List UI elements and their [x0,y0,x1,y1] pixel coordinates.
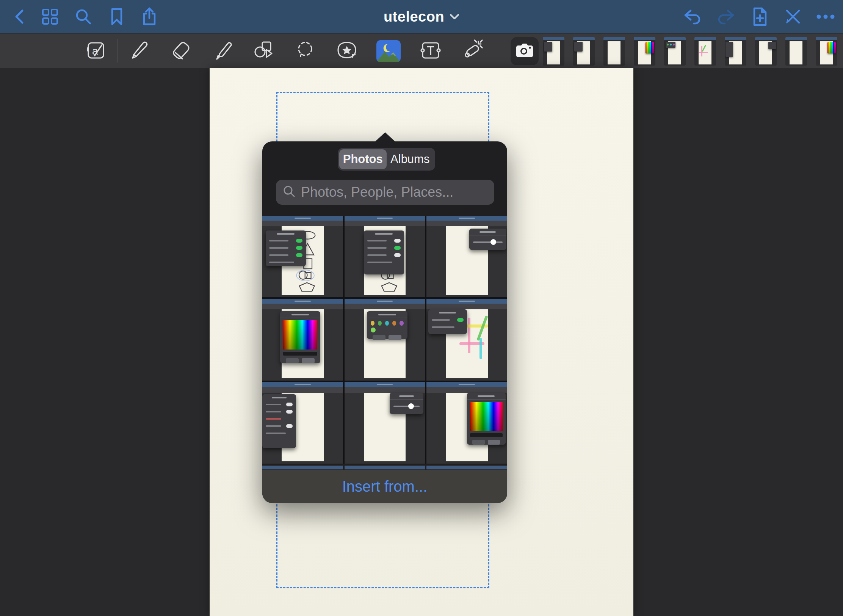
tab-albums[interactable]: Albums [387,149,434,169]
search-input[interactable] [301,184,487,200]
photo-thumbnail-partial[interactable] [262,465,343,470]
photo-thumbnail[interactable] [262,299,343,380]
pencil-cross-icon [784,8,802,26]
pen-thickness-panel [390,393,423,414]
highlighter-menu [428,309,467,334]
tools-toolbar: a [0,33,843,68]
photo-grid-partial-row [262,465,507,470]
highlighter-icon [212,39,233,63]
tool-handwriting-mode[interactable]: a [81,38,110,64]
tool-text[interactable] [416,38,445,64]
sticker-star-icon [336,39,358,63]
shape-tool-menu [364,230,404,274]
highlighter-color-presets-panel [367,311,407,339]
tool-image[interactable] [374,38,403,64]
search-icon [283,185,296,199]
tool-pen[interactable] [124,38,154,64]
photos-albums-segmented-control: Photos Albums [338,148,435,171]
text-tool-icon [419,39,442,63]
eraser-menu [262,394,296,448]
lasso-tool-menu [266,230,306,266]
navigation-bar: utelecon [0,0,843,33]
photo-thumbnail[interactable] [345,382,425,464]
undo-button[interactable] [682,5,704,28]
tab-photos[interactable]: Photos [339,149,387,169]
photo-thumbnail[interactable] [345,216,425,297]
recent-photo-thumbnail[interactable] [694,37,716,66]
ellipsis-icon [816,13,835,20]
shapes-icon [252,39,274,63]
recent-photo-thumbnail[interactable] [573,37,595,66]
recent-photo-thumbnail[interactable] [816,37,837,66]
more-button[interactable] [814,5,837,28]
camera-icon [516,43,533,59]
insert-from-label: Insert from... [342,478,428,495]
insert-from-button[interactable]: Insert from... [262,470,507,503]
photo-thumbnail[interactable] [262,382,343,464]
add-page-icon [751,7,768,27]
recent-photo-thumbnail[interactable] [664,37,686,66]
laser-pointer-icon [461,39,484,63]
highlighter-thickness-panel [469,229,506,250]
recent-photo-thumbnail[interactable] [785,37,807,66]
toolbar-divider [117,39,118,63]
tool-lasso[interactable] [290,38,320,64]
tool-stickers[interactable] [332,38,362,64]
photo-thumbnail[interactable] [426,216,507,297]
pen-icon [128,39,150,63]
photo-picker-popover: Photos Albums [262,141,507,503]
stop-editing-button[interactable] [782,5,804,28]
eraser-icon [170,39,192,63]
photo-thumbnail[interactable] [345,299,425,380]
handwriting-mode-icon: a [85,39,107,63]
add-page-button[interactable] [748,5,771,28]
recent-photo-thumbnail[interactable] [543,37,564,66]
recent-photo-thumbnail[interactable] [603,37,625,66]
photo-thumbnail-partial[interactable] [426,465,507,470]
photo-grid [262,216,507,464]
photo-search-field[interactable] [276,180,494,205]
tab-photos-label: Photos [343,152,383,166]
photo-thumbnail[interactable] [262,216,343,297]
recent-photo-thumbnail[interactable] [725,37,746,66]
popover-arrow [374,132,396,142]
tool-laser-pointer[interactable] [458,38,487,64]
recent-photos-strip [543,37,843,66]
recent-photo-thumbnail[interactable] [755,37,777,66]
pen-color-spectrum-panel [467,393,506,445]
photo-thumbnail-partial[interactable] [345,465,425,470]
goodnotes-window: utelecon [0,0,843,616]
camera-button[interactable] [511,37,539,65]
tab-albums-label: Albums [390,152,429,166]
redo-icon [716,8,735,25]
highlighter-color-spectrum-panel [280,311,320,364]
lasso-icon [294,39,316,63]
tool-shapes[interactable] [248,38,278,64]
recent-photo-thumbnail[interactable] [634,37,655,66]
photo-thumbnail[interactable] [426,299,507,380]
undo-icon [683,8,703,25]
tool-eraser[interactable] [166,38,196,64]
image-tool-selected-icon [376,40,401,62]
chevron-down-icon [450,13,459,20]
tool-highlighter[interactable] [208,38,237,64]
photo-thumbnail[interactable] [426,382,507,464]
page-title: utelecon [384,9,444,25]
redo-button[interactable] [714,5,737,28]
